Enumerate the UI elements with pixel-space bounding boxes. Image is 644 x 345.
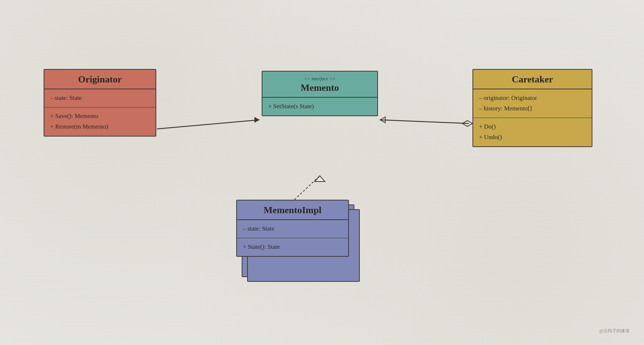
memento-stereotype: << interface >> [268, 76, 371, 82]
originator-header: Originator [44, 70, 156, 89]
memento-impl-header: MementoImpl [237, 200, 348, 220]
memento-impl-attributes: – state: State [237, 220, 348, 238]
svg-line-0 [157, 120, 259, 129]
caretaker-class-name: Caretaker [512, 74, 553, 85]
originator-box: Originator – state: State + Save(): Meme… [44, 69, 156, 137]
memento-box: << interface >> Memento + SetState(s Sta… [262, 71, 378, 116]
caretaker-methods: + Do() + Undo() [473, 118, 592, 146]
originator-class-name: Originator [78, 74, 122, 85]
connectors-svg [0, 0, 644, 345]
caretaker-attr-0: – originator: Originator [479, 93, 586, 104]
svg-marker-6 [315, 176, 325, 182]
caretaker-method-1: + Undo() [479, 132, 586, 143]
originator-method-0: + Save(): Memento [50, 111, 150, 122]
originator-attributes: – state: State [44, 89, 156, 107]
diagram-container: Originator – state: State + Save(): Meme… [0, 0, 644, 345]
svg-marker-3 [462, 121, 472, 126]
watermark: @云间孑的速读 [599, 328, 629, 334]
caretaker-attributes: – originator: Originator – history: Meme… [473, 89, 592, 118]
memento-impl-box: MementoImpl – state: State + State(): St… [236, 200, 349, 257]
originator-methods: + Save(): Memento + Restore(m Memento) [44, 107, 156, 136]
svg-line-2 [380, 120, 469, 123]
memento-method-0: + SetState(s State) [268, 101, 371, 112]
originator-attr-0: – state: State [50, 93, 150, 104]
memento-class-name: Memento [301, 82, 339, 93]
originator-method-1: + Restore(m Memento) [50, 122, 150, 132]
memento-impl-method-0: + State(): State [243, 242, 342, 252]
caretaker-attr-1: – history: Memento[] [479, 104, 586, 114]
svg-line-5 [294, 176, 320, 200]
caretaker-method-0: + Do() [479, 122, 586, 132]
svg-marker-1 [254, 117, 259, 123]
memento-impl-attr-0: – state: State [243, 224, 342, 234]
memento-methods: + SetState(s State) [262, 98, 377, 115]
caretaker-box: Caretaker – originator: Originator – his… [472, 69, 592, 147]
svg-marker-4 [380, 117, 385, 123]
memento-header: << interface >> Memento [262, 72, 377, 98]
memento-impl-methods: + State(): State [237, 238, 348, 256]
memento-impl-class-name: MementoImpl [264, 205, 322, 215]
caretaker-header: Caretaker [473, 70, 592, 89]
